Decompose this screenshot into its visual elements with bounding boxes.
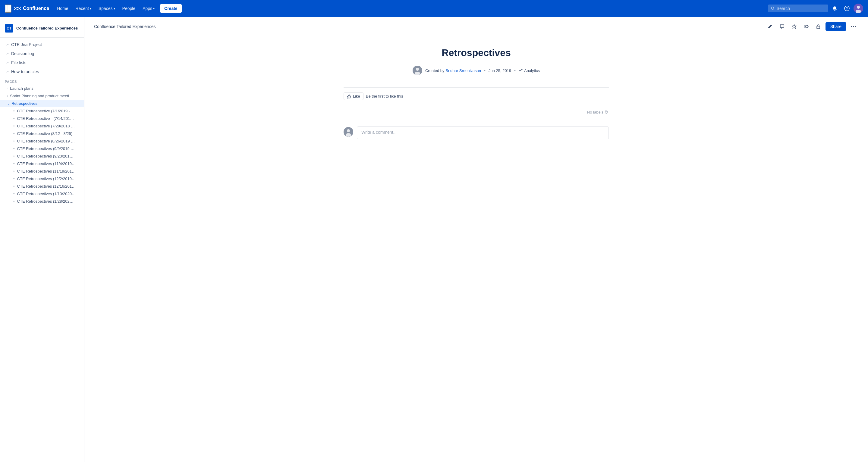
article-meta: Created by Sridhar Sreenivasan • Jun 25,… bbox=[344, 66, 609, 75]
confluence-logo[interactable]: Confluence bbox=[14, 5, 49, 12]
grid-icon[interactable] bbox=[5, 4, 11, 13]
author-avatar bbox=[412, 66, 422, 75]
sidebar-item-decision-log[interactable]: ↗ Decision log bbox=[1, 49, 83, 58]
svg-point-15 bbox=[856, 10, 861, 13]
help-button[interactable]: ? bbox=[841, 3, 852, 14]
svg-rect-4 bbox=[7, 7, 9, 9]
inline-comment-button[interactable] bbox=[777, 22, 787, 31]
svg-point-14 bbox=[857, 6, 860, 9]
sidebar-page-launch-plans[interactable]: › Launch plans bbox=[0, 85, 84, 92]
main-content: Confluence Tailored Experiences bbox=[84, 17, 868, 462]
sidebar-item-cte-jira[interactable]: ↗ CTE Jira Project bbox=[1, 40, 83, 49]
svg-point-24 bbox=[415, 72, 420, 75]
external-link-icon: ↗ bbox=[6, 43, 9, 47]
edit-button[interactable] bbox=[765, 22, 775, 31]
sidebar-child-3[interactable]: CTE Retrospective (8/12 - 8/25) bbox=[0, 130, 84, 137]
analytics-link[interactable]: Analytics bbox=[519, 68, 540, 73]
watch-button[interactable] bbox=[801, 22, 811, 31]
svg-text:?: ? bbox=[846, 7, 848, 10]
home-link[interactable]: Home bbox=[54, 4, 71, 13]
article-meta-text: Created by Sridhar Sreenivasan bbox=[425, 68, 481, 73]
article-container: Retrospectives Created by Sridhar Sreeni… bbox=[332, 47, 621, 139]
chevron-down-icon: ▾ bbox=[114, 7, 115, 10]
sidebar-item-file-lists[interactable]: ↗ File lists bbox=[1, 58, 83, 67]
comment-input-row: Write a comment... bbox=[344, 127, 609, 139]
sidebar-child-4[interactable]: CTE Retrospective (8/26/2019 … bbox=[0, 137, 84, 145]
sidebar-child-0[interactable]: CTE Retrospective (7/1/2019 - … bbox=[0, 107, 84, 115]
chevron-down-icon: ▾ bbox=[90, 7, 91, 10]
svg-point-28 bbox=[346, 133, 351, 137]
sidebar-child-5[interactable]: CTE Retrospectives (9/9/2019 … bbox=[0, 145, 84, 153]
create-button[interactable]: Create bbox=[160, 4, 182, 13]
commenter-avatar bbox=[344, 127, 353, 137]
svg-rect-6 bbox=[6, 9, 7, 10]
sidebar-page-sprint-planning[interactable]: › Sprint Planning and product meeti... bbox=[0, 92, 84, 100]
sidebar-child-6[interactable]: CTE Retrospectives (9/23/201… bbox=[0, 153, 84, 160]
external-link-icon: ↗ bbox=[6, 61, 9, 65]
page-title: Retrospectives bbox=[344, 47, 609, 59]
external-link-icon: ↗ bbox=[6, 70, 9, 74]
pages-section-label: PAGES bbox=[0, 76, 84, 85]
external-link-icon: ↗ bbox=[6, 52, 9, 56]
like-prompt-text: Be the first to like this bbox=[366, 94, 403, 98]
chevron-right-icon: › bbox=[7, 87, 8, 90]
author-name-link[interactable]: Sridhar Sreenivasan bbox=[445, 68, 481, 73]
restrict-button[interactable] bbox=[813, 22, 823, 31]
recent-dropdown[interactable]: Recent ▾ bbox=[72, 4, 94, 13]
svg-line-10 bbox=[774, 9, 775, 10]
share-button[interactable]: Share bbox=[826, 22, 846, 31]
svg-marker-16 bbox=[792, 24, 796, 29]
content-actions: Share bbox=[765, 22, 858, 31]
sidebar-child-9[interactable]: CTE Retrospectives (12/2/2019… bbox=[0, 175, 84, 183]
lock-icon bbox=[816, 24, 821, 29]
svg-point-9 bbox=[771, 7, 774, 9]
sidebar-space-header[interactable]: CT Confluence Tailored Experiences bbox=[0, 22, 84, 38]
comment-input[interactable]: Write a comment... bbox=[357, 127, 609, 139]
apps-dropdown[interactable]: Apps ▾ bbox=[140, 4, 158, 13]
more-icon bbox=[851, 26, 856, 27]
help-icon: ? bbox=[844, 6, 849, 11]
sidebar-child-1[interactable]: CTE Retrospective - (7/14/201… bbox=[0, 115, 84, 122]
svg-point-19 bbox=[851, 26, 852, 27]
search-input[interactable] bbox=[777, 6, 825, 11]
chevron-right-icon: › bbox=[7, 94, 8, 98]
svg-point-25 bbox=[606, 111, 607, 112]
svg-point-20 bbox=[853, 26, 854, 27]
sidebar-child-10[interactable]: CTE Retrospectives (12/16/201… bbox=[0, 183, 84, 190]
search-icon bbox=[771, 6, 775, 10]
chevron-down-icon: ⌄ bbox=[7, 102, 10, 105]
people-link[interactable]: People bbox=[119, 4, 138, 13]
sidebar-child-7[interactable]: CTE Retrospectives (11/4/2019… bbox=[0, 160, 84, 167]
user-avatar[interactable] bbox=[854, 4, 863, 13]
svg-point-27 bbox=[347, 129, 350, 132]
labels-section: No labels bbox=[344, 107, 609, 117]
like-button[interactable]: Like bbox=[344, 93, 364, 100]
sidebar-item-howto[interactable]: ↗ How-to articles bbox=[1, 67, 83, 76]
sidebar-child-12[interactable]: CTE Retrospectives (1/28/202… bbox=[0, 198, 84, 205]
sidebar-child-2[interactable]: CTE Retrospective (7/29/2018 … bbox=[0, 122, 84, 130]
edit-icon bbox=[768, 24, 772, 29]
breadcrumb[interactable]: Confluence Tailored Experiences bbox=[94, 24, 156, 29]
sidebar-child-8[interactable]: CTE Retrospectives (11/19/201… bbox=[0, 167, 84, 175]
bell-icon bbox=[832, 6, 838, 11]
main-layout: CT Confluence Tailored Experiences ↗ CTE… bbox=[0, 17, 868, 462]
star-icon bbox=[792, 24, 797, 29]
more-options-button[interactable] bbox=[849, 22, 858, 31]
star-button[interactable] bbox=[789, 22, 799, 31]
svg-rect-7 bbox=[7, 9, 9, 10]
svg-rect-0 bbox=[6, 5, 7, 7]
svg-rect-18 bbox=[817, 26, 820, 29]
sidebar-page-retrospectives[interactable]: ⌄ Retrospectives bbox=[0, 100, 84, 107]
svg-rect-1 bbox=[7, 5, 9, 7]
notifications-button[interactable] bbox=[830, 3, 840, 14]
content-header: Confluence Tailored Experiences bbox=[84, 17, 868, 35]
svg-rect-5 bbox=[9, 7, 11, 9]
sidebar-child-11[interactable]: CTE Retrospectives (1/13/2020… bbox=[0, 190, 84, 198]
meta-separator: • bbox=[484, 68, 486, 73]
analytics-icon bbox=[519, 68, 523, 73]
spaces-dropdown[interactable]: Spaces ▾ bbox=[96, 4, 118, 13]
svg-point-21 bbox=[855, 26, 856, 27]
label-tag-icon bbox=[604, 110, 609, 114]
space-icon: CT bbox=[5, 24, 13, 33]
search-box[interactable] bbox=[768, 4, 828, 12]
